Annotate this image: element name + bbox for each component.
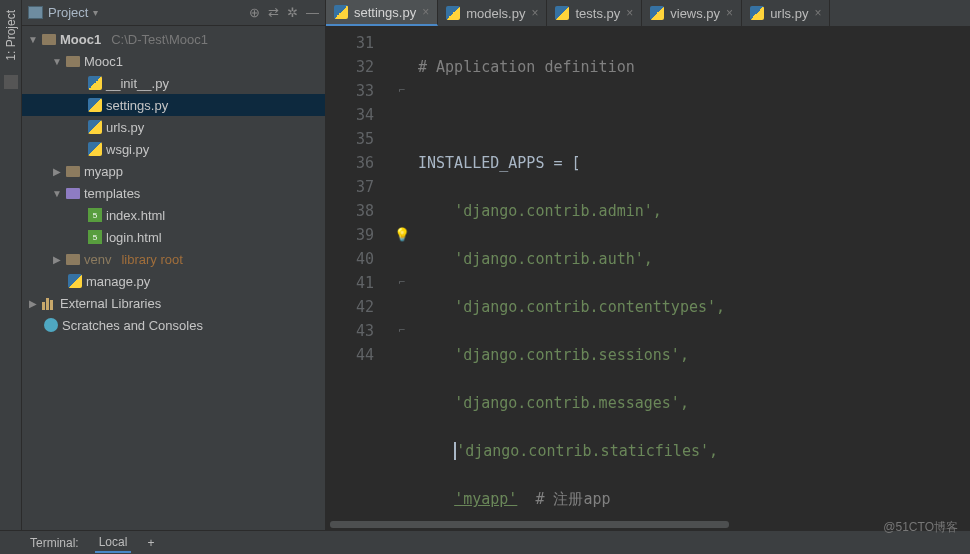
- minimize-icon[interactable]: —: [306, 5, 319, 20]
- tree-item-label: Mooc1: [60, 32, 101, 47]
- panel-title-label: Project: [48, 5, 88, 20]
- line-number[interactable]: 35: [326, 127, 374, 151]
- tree-file-index-html[interactable]: 5 index.html: [22, 204, 325, 226]
- tree-folder-venv[interactable]: ▶ venv library root: [22, 248, 325, 270]
- line-number[interactable]: 40: [326, 247, 374, 271]
- tree-file-manage[interactable]: manage.py: [22, 270, 325, 292]
- chevron-down-icon: ▾: [93, 7, 98, 18]
- python-file-icon: [88, 120, 102, 134]
- scrollbar-thumb[interactable]: [330, 521, 729, 528]
- code-text: # 注册app: [535, 490, 610, 508]
- close-icon[interactable]: ×: [626, 6, 633, 20]
- tree-file-init[interactable]: __init__.py: [22, 72, 325, 94]
- code-text: INSTALLED_APPS = [: [418, 154, 581, 172]
- panel-toolbar: ⊕ ⇄ ✲ —: [249, 5, 319, 20]
- editor-area: settings.py × models.py × tests.py × vie…: [326, 0, 970, 554]
- fold-marker-icon[interactable]: ⌐: [386, 271, 418, 295]
- tree-item-label: templates: [84, 186, 140, 201]
- tree-folder-templates[interactable]: ▼ templates: [22, 182, 325, 204]
- tree-root[interactable]: ▼ Mooc1 C:\D-Test\Mooc1: [22, 28, 325, 50]
- python-file-icon: [88, 98, 102, 112]
- line-number[interactable]: 33: [326, 79, 374, 103]
- expand-icon[interactable]: ▶: [28, 298, 38, 309]
- html-file-icon: 5: [88, 230, 102, 244]
- line-number[interactable]: 31: [326, 31, 374, 55]
- line-number[interactable]: 38: [326, 199, 374, 223]
- line-number[interactable]: 34: [326, 103, 374, 127]
- intention-bulb-icon[interactable]: 💡: [386, 223, 418, 247]
- project-tree[interactable]: ▼ Mooc1 C:\D-Test\Mooc1 ▼ Mooc1 __init__…: [22, 26, 325, 554]
- tree-folder-mooc1[interactable]: ▼ Mooc1: [22, 50, 325, 72]
- tab-label: tests.py: [575, 6, 620, 21]
- line-number[interactable]: 37: [326, 175, 374, 199]
- python-file-icon: [88, 76, 102, 90]
- tab-settings[interactable]: settings.py ×: [326, 0, 438, 26]
- tree-item-label: myapp: [84, 164, 123, 179]
- tree-item-path: C:\D-Test\Mooc1: [111, 32, 208, 47]
- collapse-icon[interactable]: ▼: [52, 56, 62, 67]
- tab-urls[interactable]: urls.py ×: [742, 0, 830, 26]
- tab-tests[interactable]: tests.py ×: [547, 0, 642, 26]
- line-number[interactable]: 32: [326, 55, 374, 79]
- expand-icon[interactable]: ▶: [52, 254, 62, 265]
- line-number[interactable]: 36: [326, 151, 374, 175]
- code-text: 'myapp': [454, 490, 517, 508]
- templates-folder-icon: [66, 188, 80, 199]
- python-file-icon: [750, 6, 764, 20]
- python-file-icon: [446, 6, 460, 20]
- project-panel: Project ▾ ⊕ ⇄ ✲ — ▼ Mooc1 C:\D-Test\Mooc…: [22, 0, 326, 554]
- tree-item-label: Scratches and Consoles: [62, 318, 203, 333]
- python-file-icon: [650, 6, 664, 20]
- tab-label: urls.py: [770, 6, 808, 21]
- project-panel-header: Project ▾ ⊕ ⇄ ✲ —: [22, 0, 325, 26]
- fold-marker-icon[interactable]: ⌐: [386, 79, 418, 103]
- code-editor[interactable]: 31 32 33 34 35 36 37 38 39 40 41 42 43 4…: [326, 27, 970, 554]
- close-icon[interactable]: ×: [531, 6, 538, 20]
- code-content[interactable]: # Application definition INSTALLED_APPS …: [418, 27, 970, 554]
- tree-item-label: External Libraries: [60, 296, 161, 311]
- folder-icon: [42, 34, 56, 45]
- line-number[interactable]: 41: [326, 271, 374, 295]
- tree-item-extra: library root: [121, 252, 182, 267]
- line-number[interactable]: 43: [326, 319, 374, 343]
- tree-folder-myapp[interactable]: ▶ myapp: [22, 160, 325, 182]
- expand-icon[interactable]: ▶: [52, 166, 62, 177]
- close-icon[interactable]: ×: [814, 6, 821, 20]
- gear-icon[interactable]: ✲: [287, 5, 298, 20]
- folder-icon: [66, 56, 80, 67]
- tree-file-login-html[interactable]: 5 login.html: [22, 226, 325, 248]
- line-number[interactable]: 44: [326, 343, 374, 367]
- project-toolwindow-tab[interactable]: 1: Project: [2, 4, 20, 67]
- tab-models[interactable]: models.py ×: [438, 0, 547, 26]
- close-icon[interactable]: ×: [726, 6, 733, 20]
- tree-file-urls[interactable]: urls.py: [22, 116, 325, 138]
- tab-views[interactable]: views.py ×: [642, 0, 742, 26]
- tree-file-wsgi[interactable]: wsgi.py: [22, 138, 325, 160]
- tree-scratches[interactable]: Scratches and Consoles: [22, 314, 325, 336]
- tree-item-label: login.html: [106, 230, 162, 245]
- tree-item-label: settings.py: [106, 98, 168, 113]
- add-terminal-button[interactable]: +: [147, 536, 154, 550]
- tree-item-label: index.html: [106, 208, 165, 223]
- bottom-toolbar: Terminal: Local +: [0, 530, 970, 554]
- terminal-label[interactable]: Terminal:: [30, 536, 79, 550]
- tree-item-label: wsgi.py: [106, 142, 149, 157]
- code-text: 'django.contrib.messages',: [454, 394, 689, 412]
- fold-marker-icon[interactable]: ⌐: [386, 319, 418, 343]
- close-icon[interactable]: ×: [422, 5, 429, 19]
- toolwindow-stripe[interactable]: 1: Project: [0, 0, 22, 554]
- python-file-icon: [334, 5, 348, 19]
- tab-label: models.py: [466, 6, 525, 21]
- expand-icon[interactable]: ⇄: [268, 5, 279, 20]
- line-number[interactable]: 42: [326, 295, 374, 319]
- line-number[interactable]: 39: [326, 223, 374, 247]
- tree-file-settings[interactable]: settings.py: [22, 94, 325, 116]
- collapse-icon[interactable]: ▼: [28, 34, 38, 45]
- tree-external-libraries[interactable]: ▶ External Libraries: [22, 292, 325, 314]
- collapse-icon[interactable]: ▼: [52, 188, 62, 199]
- line-gutter[interactable]: 31 32 33 34 35 36 37 38 39 40 41 42 43 4…: [326, 27, 386, 554]
- locate-icon[interactable]: ⊕: [249, 5, 260, 20]
- terminal-tab-local[interactable]: Local: [95, 533, 132, 553]
- project-view-selector[interactable]: Project ▾: [28, 5, 245, 20]
- horizontal-scrollbar[interactable]: [326, 519, 970, 530]
